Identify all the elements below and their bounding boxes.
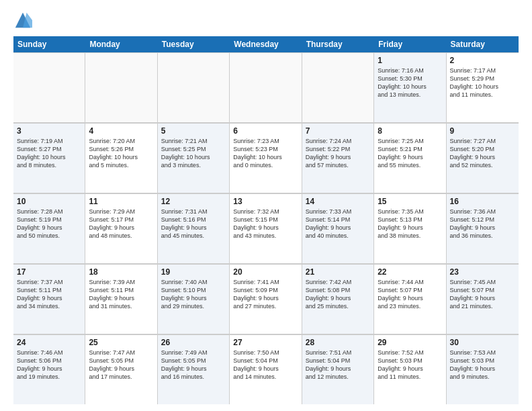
day-number: 19 bbox=[161, 267, 226, 277]
day-info: Sunrise: 7:19 AM Sunset: 5:27 PM Dayligh… bbox=[17, 137, 81, 170]
header-day-friday: Friday bbox=[374, 36, 446, 52]
cal-cell-17: 17Sunrise: 7:37 AM Sunset: 5:11 PM Dayli… bbox=[13, 264, 85, 334]
day-number: 16 bbox=[450, 197, 515, 206]
header-day-saturday: Saturday bbox=[447, 36, 519, 52]
day-number: 26 bbox=[161, 338, 226, 347]
day-number: 21 bbox=[306, 267, 370, 277]
day-info: Sunrise: 7:16 AM Sunset: 5:30 PM Dayligh… bbox=[378, 66, 442, 99]
day-info: Sunrise: 7:37 AM Sunset: 5:11 PM Dayligh… bbox=[17, 278, 81, 311]
day-info: Sunrise: 7:20 AM Sunset: 5:26 PM Dayligh… bbox=[89, 137, 153, 170]
day-info: Sunrise: 7:35 AM Sunset: 5:13 PM Dayligh… bbox=[378, 208, 442, 240]
calendar: SundayMondayTuesdayWednesdayThursdayFrid… bbox=[13, 36, 519, 404]
calendar-row-2: 10Sunrise: 7:28 AM Sunset: 5:19 PM Dayli… bbox=[13, 193, 519, 264]
cal-cell-empty-2 bbox=[158, 52, 230, 122]
day-number: 17 bbox=[17, 267, 81, 277]
cal-cell-empty-4 bbox=[302, 52, 374, 122]
cal-cell-23: 23Sunrise: 7:45 AM Sunset: 5:07 PM Dayli… bbox=[447, 264, 519, 334]
day-number: 23 bbox=[450, 267, 515, 277]
day-info: Sunrise: 7:52 AM Sunset: 5:03 PM Dayligh… bbox=[378, 349, 442, 381]
day-number: 8 bbox=[378, 126, 442, 136]
cal-cell-21: 21Sunrise: 7:42 AM Sunset: 5:08 PM Dayli… bbox=[302, 264, 374, 334]
cal-cell-27: 27Sunrise: 7:50 AM Sunset: 5:04 PM Dayli… bbox=[230, 334, 302, 404]
cal-cell-empty-0 bbox=[13, 52, 85, 122]
cal-cell-7: 7Sunrise: 7:24 AM Sunset: 5:22 PM Daylig… bbox=[302, 123, 374, 193]
cal-cell-18: 18Sunrise: 7:39 AM Sunset: 5:11 PM Dayli… bbox=[85, 264, 157, 334]
day-info: Sunrise: 7:53 AM Sunset: 5:03 PM Dayligh… bbox=[450, 349, 515, 381]
day-number: 1 bbox=[378, 56, 442, 65]
header-day-wednesday: Wednesday bbox=[230, 36, 302, 52]
cal-cell-19: 19Sunrise: 7:40 AM Sunset: 5:10 PM Dayli… bbox=[158, 264, 230, 334]
header bbox=[13, 11, 519, 30]
cal-cell-11: 11Sunrise: 7:29 AM Sunset: 5:17 PM Dayli… bbox=[85, 193, 157, 263]
cal-cell-20: 20Sunrise: 7:41 AM Sunset: 5:09 PM Dayli… bbox=[230, 264, 302, 334]
cal-cell-2: 2Sunrise: 7:17 AM Sunset: 5:29 PM Daylig… bbox=[447, 52, 519, 122]
cal-cell-25: 25Sunrise: 7:47 AM Sunset: 5:05 PM Dayli… bbox=[85, 334, 157, 404]
day-info: Sunrise: 7:36 AM Sunset: 5:12 PM Dayligh… bbox=[450, 208, 515, 240]
day-number: 11 bbox=[89, 197, 153, 206]
day-number: 7 bbox=[306, 126, 370, 136]
day-number: 15 bbox=[378, 197, 442, 206]
calendar-row-1: 3Sunrise: 7:19 AM Sunset: 5:27 PM Daylig… bbox=[13, 123, 519, 193]
page: SundayMondayTuesdayWednesdayThursdayFrid… bbox=[0, 0, 532, 411]
calendar-header: SundayMondayTuesdayWednesdayThursdayFrid… bbox=[13, 36, 519, 52]
day-info: Sunrise: 7:46 AM Sunset: 5:06 PM Dayligh… bbox=[17, 349, 81, 381]
cal-cell-6: 6Sunrise: 7:23 AM Sunset: 5:23 PM Daylig… bbox=[230, 123, 302, 193]
day-info: Sunrise: 7:45 AM Sunset: 5:07 PM Dayligh… bbox=[450, 278, 515, 311]
day-number: 24 bbox=[17, 338, 81, 347]
day-number: 3 bbox=[17, 126, 81, 136]
day-number: 22 bbox=[378, 267, 442, 277]
cal-cell-30: 30Sunrise: 7:53 AM Sunset: 5:03 PM Dayli… bbox=[447, 334, 519, 404]
cal-cell-26: 26Sunrise: 7:49 AM Sunset: 5:05 PM Dayli… bbox=[158, 334, 230, 404]
day-info: Sunrise: 7:31 AM Sunset: 5:16 PM Dayligh… bbox=[161, 208, 226, 240]
day-info: Sunrise: 7:42 AM Sunset: 5:08 PM Dayligh… bbox=[306, 278, 370, 311]
day-number: 5 bbox=[161, 126, 226, 136]
cal-cell-1: 1Sunrise: 7:16 AM Sunset: 5:30 PM Daylig… bbox=[374, 52, 446, 122]
day-info: Sunrise: 7:40 AM Sunset: 5:10 PM Dayligh… bbox=[161, 278, 226, 311]
day-info: Sunrise: 7:39 AM Sunset: 5:11 PM Dayligh… bbox=[89, 278, 153, 311]
header-day-tuesday: Tuesday bbox=[158, 36, 230, 52]
day-info: Sunrise: 7:29 AM Sunset: 5:17 PM Dayligh… bbox=[89, 208, 153, 240]
cal-cell-14: 14Sunrise: 7:33 AM Sunset: 5:14 PM Dayli… bbox=[302, 193, 374, 263]
logo-icon bbox=[13, 11, 32, 30]
header-day-sunday: Sunday bbox=[13, 36, 85, 52]
day-info: Sunrise: 7:23 AM Sunset: 5:23 PM Dayligh… bbox=[233, 137, 298, 170]
calendar-row-3: 17Sunrise: 7:37 AM Sunset: 5:11 PM Dayli… bbox=[13, 264, 519, 334]
cal-cell-3: 3Sunrise: 7:19 AM Sunset: 5:27 PM Daylig… bbox=[13, 123, 85, 193]
calendar-row-4: 24Sunrise: 7:46 AM Sunset: 5:06 PM Dayli… bbox=[13, 334, 519, 404]
header-day-monday: Monday bbox=[85, 36, 157, 52]
day-number: 13 bbox=[233, 197, 298, 206]
day-info: Sunrise: 7:21 AM Sunset: 5:25 PM Dayligh… bbox=[161, 137, 226, 170]
day-number: 18 bbox=[89, 267, 153, 277]
cal-cell-empty-3 bbox=[230, 52, 302, 122]
day-number: 20 bbox=[233, 267, 298, 277]
day-number: 12 bbox=[161, 197, 226, 206]
cal-cell-10: 10Sunrise: 7:28 AM Sunset: 5:19 PM Dayli… bbox=[13, 193, 85, 263]
cal-cell-15: 15Sunrise: 7:35 AM Sunset: 5:13 PM Dayli… bbox=[374, 193, 446, 263]
logo bbox=[13, 11, 35, 30]
day-info: Sunrise: 7:17 AM Sunset: 5:29 PM Dayligh… bbox=[450, 66, 515, 99]
day-number: 6 bbox=[233, 126, 298, 136]
day-info: Sunrise: 7:25 AM Sunset: 5:21 PM Dayligh… bbox=[378, 137, 442, 170]
day-number: 30 bbox=[450, 338, 515, 347]
calendar-body: 1Sunrise: 7:16 AM Sunset: 5:30 PM Daylig… bbox=[13, 52, 519, 404]
day-number: 28 bbox=[306, 338, 370, 347]
day-info: Sunrise: 7:33 AM Sunset: 5:14 PM Dayligh… bbox=[306, 208, 370, 240]
day-number: 9 bbox=[450, 126, 515, 136]
day-info: Sunrise: 7:44 AM Sunset: 5:07 PM Dayligh… bbox=[378, 278, 442, 311]
day-number: 29 bbox=[378, 338, 442, 347]
calendar-row-0: 1Sunrise: 7:16 AM Sunset: 5:30 PM Daylig… bbox=[13, 52, 519, 123]
cal-cell-9: 9Sunrise: 7:27 AM Sunset: 5:20 PM Daylig… bbox=[447, 123, 519, 193]
cal-cell-4: 4Sunrise: 7:20 AM Sunset: 5:26 PM Daylig… bbox=[85, 123, 157, 193]
day-info: Sunrise: 7:50 AM Sunset: 5:04 PM Dayligh… bbox=[233, 349, 298, 381]
cal-cell-28: 28Sunrise: 7:51 AM Sunset: 5:04 PM Dayli… bbox=[302, 334, 374, 404]
cal-cell-29: 29Sunrise: 7:52 AM Sunset: 5:03 PM Dayli… bbox=[374, 334, 446, 404]
day-info: Sunrise: 7:27 AM Sunset: 5:20 PM Dayligh… bbox=[450, 137, 515, 170]
day-info: Sunrise: 7:24 AM Sunset: 5:22 PM Dayligh… bbox=[306, 137, 370, 170]
cal-cell-8: 8Sunrise: 7:25 AM Sunset: 5:21 PM Daylig… bbox=[374, 123, 446, 193]
day-info: Sunrise: 7:41 AM Sunset: 5:09 PM Dayligh… bbox=[233, 278, 298, 311]
day-number: 10 bbox=[17, 197, 81, 206]
day-number: 2 bbox=[450, 56, 515, 65]
cal-cell-12: 12Sunrise: 7:31 AM Sunset: 5:16 PM Dayli… bbox=[158, 193, 230, 263]
header-day-thursday: Thursday bbox=[302, 36, 374, 52]
day-info: Sunrise: 7:28 AM Sunset: 5:19 PM Dayligh… bbox=[17, 208, 81, 240]
